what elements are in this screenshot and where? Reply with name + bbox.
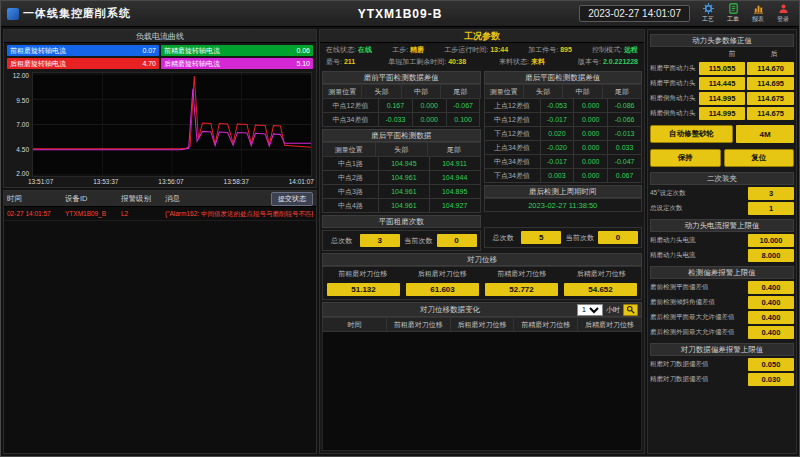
x-axis-labels: 13:51:0713:53:3713:56:0713:58:3714:01:07	[4, 177, 316, 187]
front-value-field[interactable]: 114.445	[699, 77, 746, 90]
status-item: 在线状态: 在线	[326, 45, 372, 55]
setting-value-field[interactable]: 0.400	[748, 296, 794, 309]
setting-label: 粗磨动力头电流	[650, 236, 746, 245]
alarm-row[interactable]: 02-27 14:01:57 YTXM1B09_B L2 ("Alarm162:…	[4, 207, 316, 221]
setting-row: 磨前检测平面偏差值 0.400	[650, 281, 794, 294]
setting-value-field[interactable]: 0.400	[748, 326, 794, 339]
menu-item-workorder[interactable]: 工单	[723, 3, 743, 24]
table-row: 中点4路 104.961 104.927	[323, 199, 481, 213]
row-label: 上点34差值	[485, 141, 541, 155]
setting-label: 粗磨倒角动力头	[650, 94, 697, 103]
back-value-field[interactable]: 114.675	[747, 92, 794, 105]
datetime-display: 2023-02-27 14:01:07	[579, 5, 690, 22]
front-value-field[interactable]: 114.995	[699, 92, 746, 105]
back-value-field[interactable]: 114.695	[747, 77, 794, 90]
column-header: 中部	[563, 85, 602, 99]
row-label: 下点12差值	[485, 127, 541, 141]
current-limit-title: 动力头电流报警上限值	[650, 219, 794, 232]
total-count-value[interactable]: 3	[360, 234, 400, 247]
alarm-panel: 时间设备ID报警级别消息 提交状态 02-27 14:01:57 YTXM1B0…	[3, 190, 317, 454]
front-value-field[interactable]: 114.995	[699, 107, 746, 120]
total-count-value[interactable]: 5	[521, 231, 561, 244]
post-data-table: 测量位置头部尾部 中点1路 104.945 104.911	[322, 142, 481, 213]
setting-value-field[interactable]: 0.400	[748, 281, 794, 294]
status-value: 在线	[358, 46, 372, 53]
table-header-row: 时间前粗磨对刀位移后粗磨对刀位移前精磨对刀位移后精磨对刀位移	[323, 318, 642, 332]
current-count-label: 当前次数	[403, 236, 434, 246]
status-label: 单辊加工剩余时间:	[388, 58, 446, 65]
history-range-select[interactable]: 1	[577, 304, 603, 316]
table-row: 中点1路 104.945 104.911	[323, 157, 481, 171]
table-body: 中点1路 104.945 104.911 中点2路 104.961 104.94…	[323, 157, 481, 213]
power-head-row: 精磨倒角动力头 114.995 114.675	[650, 107, 794, 120]
legend-label: 后粗磨旋转轴电流	[10, 58, 66, 69]
history-range-unit: 小时	[606, 305, 620, 315]
load-current-chart-panel: 负载电流曲线 前粗磨旋转轴电流 0.07 前精磨旋转轴电流 0.06	[3, 29, 317, 188]
gear-icon	[703, 3, 714, 14]
legend-item: 前精磨旋转轴电流 0.06	[161, 45, 313, 56]
offset-value: 61.603	[406, 283, 479, 296]
fine-count-row: 总次数 5 当前次数 0	[484, 227, 643, 248]
line-plot	[32, 72, 312, 177]
table-header-row: 测量位置头部尾部	[323, 143, 481, 157]
setting-value-field[interactable]: 0.030	[748, 373, 794, 386]
setting-row: 精磨动力头电流 8.000	[650, 249, 794, 262]
column-header: 后精磨对刀位移	[578, 318, 642, 332]
alarm-time: 02-27 14:01:57	[7, 209, 65, 218]
setting-row: 45°设定次数 3	[650, 187, 794, 200]
cell-value: -0.020	[541, 141, 575, 155]
setting-value-field[interactable]: 1	[748, 202, 794, 215]
table-row: 中点34差值 -0.033 0.000 0.100	[323, 113, 481, 127]
condition-panel: 工况参数 在线状态: 在线 工步: 精磨 工步运行时间: 13	[319, 29, 645, 454]
table-body: 中点12差值 0.167 0.000 -0.067 中点34差值 -0.033 …	[323, 99, 481, 127]
magnifier-icon	[626, 305, 635, 314]
setting-value-field[interactable]: 0.050	[748, 358, 794, 371]
current-count-label: 当前次数	[564, 233, 595, 243]
status-item: 工步运行时间: 13:44	[444, 45, 508, 55]
brand: 一体线集控磨削系统	[7, 6, 131, 21]
menu-item-process[interactable]: 工艺	[698, 3, 718, 24]
front-value-field[interactable]: 115.055	[699, 62, 746, 75]
history-zoom-button[interactable]	[623, 304, 638, 316]
column-header: 时间	[323, 318, 387, 332]
cell-value: 0.100	[447, 113, 481, 127]
condition-columns: 磨前平面检测数据差值 测量位置头部中部尾部 中点12差值 0.167 0.	[320, 67, 644, 251]
submit-status-button[interactable]: 提交状态	[271, 192, 313, 206]
back-value-field[interactable]: 114.675	[747, 107, 794, 120]
menu-item-report[interactable]: 报表	[748, 3, 768, 24]
setting-value-field[interactable]: 8.000	[748, 249, 794, 262]
column-header: 头部	[524, 85, 563, 99]
bar-chart-icon	[753, 3, 764, 14]
x-tick-label: 13:53:37	[93, 178, 118, 185]
power-head-row: 粗磨平面动力头 115.055 114.670	[650, 62, 794, 75]
table-row: 中点12差值 -0.017 0.000 -0.066	[485, 113, 643, 127]
condition-left-column: 磨前平面检测数据差值 测量位置头部中部尾部 中点12差值 0.167 0.	[322, 69, 481, 251]
cell-value: 104.927	[430, 199, 481, 213]
chart-area: 12.009.507.004.502.00	[4, 71, 316, 177]
hold-button[interactable]: 保持	[650, 149, 721, 167]
auto-dress-wheel-button[interactable]: 自动修整砂轮	[650, 125, 733, 143]
setting-label: 精磨倒角动力头	[650, 109, 697, 118]
status-label: 磨号:	[326, 58, 342, 65]
reset-button[interactable]: 复位	[724, 149, 795, 167]
setting-value-field[interactable]: 3	[748, 187, 794, 200]
tool-offset-section: 对刀位移 前粗磨对刀位移后粗磨对刀位移前精磨对刀位移后精磨对刀位移 51.132…	[320, 251, 644, 453]
cell-value: 0.000	[574, 141, 608, 155]
row-label: 中点34差值	[323, 113, 379, 127]
alarm-level: L2	[121, 209, 165, 218]
setting-value-field[interactable]: 0.400	[748, 311, 794, 324]
table-row: 中点12差值 0.167 0.000 -0.067	[323, 99, 481, 113]
app-root: 一体线集控磨削系统 YTXM1B09-B 2023-02-27 14:01:07…	[0, 0, 800, 457]
legend-label: 前粗磨旋转轴电流	[10, 45, 66, 56]
offset-label: 前精磨对刀位移	[482, 267, 562, 280]
cell-value: 104.961	[379, 199, 430, 213]
setting-value-field[interactable]: 10.000	[748, 234, 794, 247]
menu-item-login[interactable]: 登录	[773, 3, 793, 24]
power-head-row: 粗磨倒角动力头 114.995 114.675	[650, 92, 794, 105]
offset-history-table: 时间前粗磨对刀位移后粗磨对刀位移前精磨对刀位移后精磨对刀位移	[322, 317, 642, 332]
status-label: 来料状态:	[499, 58, 529, 65]
back-value-field[interactable]: 114.670	[747, 62, 794, 75]
status-item: 工步: 精磨	[392, 45, 424, 55]
column-header: 尾部	[428, 143, 481, 157]
left-column: 负载电流曲线 前粗磨旋转轴电流 0.07 前精磨旋转轴电流 0.06	[3, 29, 317, 454]
